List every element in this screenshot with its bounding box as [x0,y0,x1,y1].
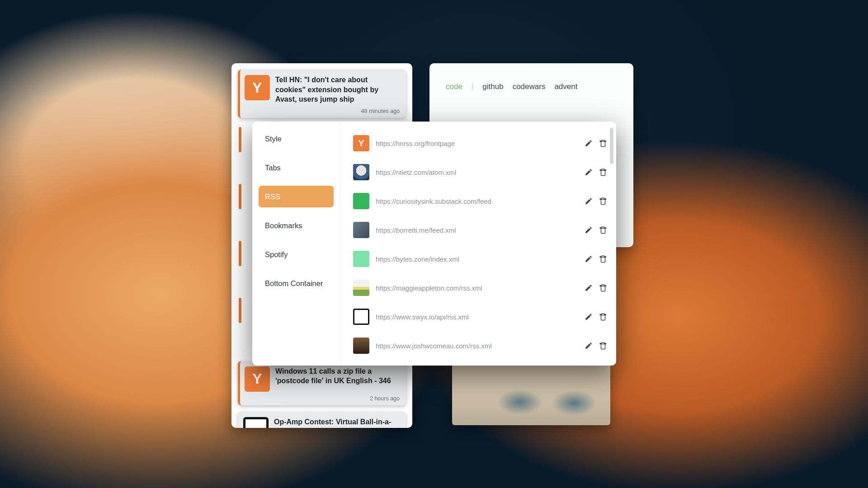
settings-nav-tabs[interactable]: Tabs [259,157,334,178]
image-widget [452,361,610,425]
rss-feed-row: https://borretti.me/feed.xml [353,216,607,244]
delete-icon[interactable] [599,284,607,292]
scrollbar[interactable] [610,128,613,164]
settings-modal: Style Tabs RSS Bookmarks Spotify Bottom … [252,122,616,366]
feed-item[interactable]: Y Tell HN: "I don't care about cookies" … [238,70,406,118]
delete-icon[interactable] [599,226,607,234]
delete-icon[interactable] [599,168,607,176]
feed-favicon-mint-icon [353,251,369,267]
settings-nav-spotify[interactable]: Spotify [259,244,334,265]
tab-code[interactable]: code [446,82,462,91]
feed-url: https://ntietz.com/atom.xml [376,169,578,176]
feed-url: https://www.swyx.io/api/rss.xml [376,313,578,321]
feed-url: https://hnrss.org/frontpage [376,140,578,147]
tabs-row: code | github codewars advent [446,82,617,91]
feed-url: https://borretti.me/feed.xml [376,226,578,234]
feed-item-time: 2 hours ago [370,395,400,402]
settings-nav-bottom[interactable]: Bottom Container [259,272,334,294]
feed-favicon-hn-icon: Y [353,135,369,151]
edit-icon[interactable] [585,342,593,350]
feed-url: https://www.joshwcomeau.com/rss.xml [376,342,578,350]
delete-icon[interactable] [599,255,607,263]
tab-codewars[interactable]: codewars [513,82,546,91]
feed-favicon-photo-icon [353,222,369,238]
feed-item-title: Tell HN: "I don't care about cookies" ex… [275,75,401,104]
settings-nav-bookmarks[interactable]: Bookmarks [259,215,334,236]
hackernews-icon: Y [245,366,270,392]
edit-icon[interactable] [585,284,593,292]
feed-favicon-coffee-icon [353,164,369,180]
rss-feed-row: https://ntietz.com/atom.xml [353,158,607,187]
edit-icon[interactable] [585,255,593,263]
edit-icon[interactable] [585,168,593,176]
delete-icon[interactable] [599,139,607,147]
rss-feed-row: https://maggieappleton.com/rss.xml [353,273,607,302]
rss-feed-list: Yhttps://hnrss.org/frontpagehttps://ntie… [353,129,607,360]
feed-item[interactable]: Y Windows 11 calls a zip file a 'postcod… [238,361,406,405]
delete-icon[interactable] [599,197,607,205]
rss-feed-row: https://bytes.zone/index.xml [353,244,607,273]
feed-favicon-flowers-icon [353,280,369,296]
settings-nav: Style Tabs RSS Bookmarks Spotify Bottom … [252,122,340,366]
edit-icon[interactable] [585,226,593,234]
settings-nav-style[interactable]: Style [259,128,334,150]
feed-url: https://curiositysink.substack.com/feed [376,197,578,205]
tab-github[interactable]: github [482,82,503,91]
feed-item[interactable]: Op-Amp Contest: Virtual Ball-in-a-Box Re… [238,412,406,428]
tabs-divider: | [472,82,473,91]
feed-item-time: 48 minutes ago [361,108,400,114]
feed-favicon-josh-icon [353,338,369,354]
feed-favicon-swyx-icon: [s] [353,309,369,325]
hackernews-icon: Y [245,75,270,100]
edit-icon[interactable] [585,139,593,147]
delete-icon[interactable] [599,313,607,321]
rss-feed-row: [s]https://www.swyx.io/api/rss.xml [353,302,607,331]
edit-icon[interactable] [585,313,593,321]
rss-feed-row: https://www.joshwcomeau.com/rss.xml [353,331,607,360]
rss-feed-row: https://curiositysink.substack.com/feed [353,187,607,216]
feed-item-title: Windows 11 calls a zip file a 'postcode … [275,366,401,386]
rss-feed-row: Yhttps://hnrss.org/frontpage [353,129,607,158]
feed-favicon-greencircle-icon [353,193,369,209]
settings-nav-rss[interactable]: RSS [259,186,334,207]
tab-advent[interactable]: advent [554,82,577,91]
feed-url: https://maggieappleton.com/rss.xml [376,284,578,292]
edit-icon[interactable] [585,197,593,205]
feed-item-title: Op-Amp Contest: Virtual Ball-in-a-Box Re… [274,417,401,428]
delete-icon[interactable] [599,342,607,350]
settings-content: Yhttps://hnrss.org/frontpagehttps://ntie… [340,122,616,366]
site-icon [243,417,269,428]
feed-url: https://bytes.zone/index.xml [376,255,578,263]
